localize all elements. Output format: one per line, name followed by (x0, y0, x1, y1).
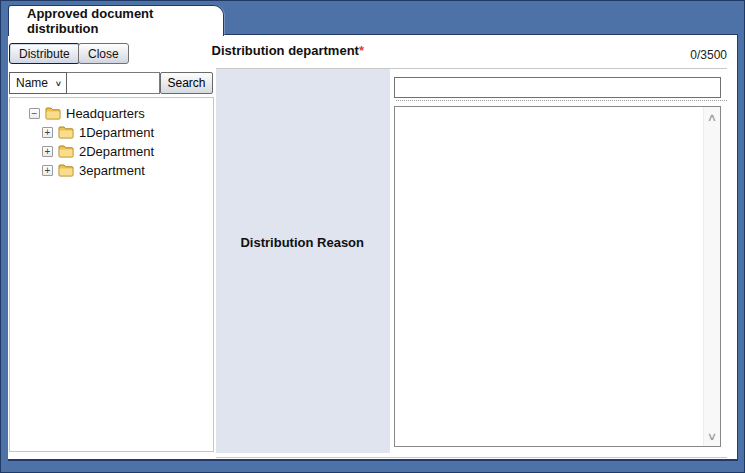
tree-node-2department[interactable]: + 2Department (10, 142, 213, 161)
department-tree-panel: Name ∨ Search − Headquarters (9, 72, 214, 452)
form-label-panel (216, 69, 390, 453)
folder-icon (45, 107, 61, 120)
tree-node-label: Headquarters (66, 106, 145, 121)
collapse-icon[interactable]: − (29, 108, 40, 119)
dotted-separator (396, 100, 727, 101)
scroll-down-icon[interactable]: ∨ (707, 431, 717, 441)
tree-node-label: 1Department (79, 125, 154, 140)
distribution-department-label-text: Distribution department (212, 43, 359, 58)
search-button[interactable]: Search (160, 72, 213, 94)
distribution-reason-field: ∧ ∨ (394, 106, 721, 447)
required-marker: * (359, 43, 364, 58)
distribute-button[interactable]: Distribute (9, 43, 80, 64)
approved-document-distribution-window: Approved document distribution Distribut… (0, 0, 745, 473)
tree-node-label: 3epartment (79, 163, 145, 178)
textarea-scrollbar[interactable]: ∧ ∨ (703, 107, 720, 446)
folder-icon (58, 126, 74, 139)
close-button[interactable]: Close (78, 43, 129, 64)
folder-icon (58, 164, 74, 177)
distribution-department-label: Distribution department* (212, 43, 364, 58)
expand-icon[interactable]: + (42, 146, 53, 157)
search-field-select[interactable]: Name ∨ (9, 72, 67, 94)
distribution-reason-label-text: Distribution Reason (240, 235, 364, 250)
expand-icon[interactable]: + (42, 165, 53, 176)
tree-node-label: 2Department (79, 144, 154, 159)
char-counter: 0/3500 (690, 48, 727, 62)
tree-node-3epartment[interactable]: + 3epartment (10, 161, 213, 180)
scroll-up-icon[interactable]: ∧ (707, 112, 717, 122)
tab-title: Approved document distribution (27, 6, 223, 36)
window-content: Distribute Close 0/3500 Name ∨ Search − (8, 34, 738, 461)
distribution-department-input[interactable] (394, 77, 721, 98)
form-bottom-separator (216, 457, 727, 458)
distribution-reason-label: Distribution Reason (240, 235, 364, 250)
expand-icon[interactable]: + (42, 127, 53, 138)
tree-node-headquarters[interactable]: − Headquarters (10, 104, 213, 123)
distribution-reason-textarea[interactable] (395, 107, 703, 446)
search-row: Name ∨ Search (9, 72, 214, 94)
chevron-down-icon: ∨ (55, 79, 62, 88)
tab-approved-document-distribution[interactable]: Approved document distribution (8, 5, 224, 36)
tree-node-1department[interactable]: + 1Department (10, 123, 213, 142)
search-field-selected-value: Name (16, 76, 48, 90)
department-tree: − Headquarters + 1Department (9, 97, 214, 452)
search-input[interactable] (67, 72, 160, 94)
folder-icon (58, 145, 74, 158)
